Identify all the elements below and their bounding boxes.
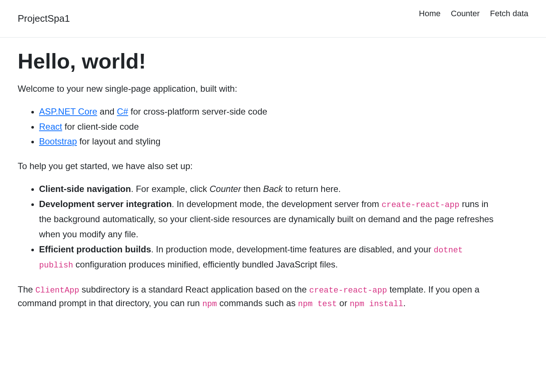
text: or [337, 298, 350, 308]
feature-name: Client-side navigation [39, 184, 131, 194]
setup-intro: To help you get started, we have also se… [18, 160, 498, 173]
list-item: Client-side navigation. For example, cli… [39, 182, 498, 197]
text: for layout and styling [77, 136, 161, 146]
link-bootstrap[interactable]: Bootstrap [39, 136, 77, 146]
text: for cross-platform server-side code [128, 106, 267, 116]
main-container: Hello, world! Welcome to your new single… [0, 38, 516, 330]
list-item: ASP.NET Core and C# for cross-platform s… [39, 104, 498, 119]
nav-link-fetch-data[interactable]: Fetch data [490, 9, 528, 18]
closing-paragraph: The ClientApp subdirectory is a standard… [18, 283, 498, 310]
tech-list: ASP.NET Core and C# for cross-platform s… [18, 104, 498, 149]
list-item: Bootstrap for layout and styling [39, 134, 498, 149]
text: to return here. [283, 184, 341, 194]
text: commands such as [217, 298, 298, 308]
text: configuration produces minified, efficie… [73, 259, 338, 269]
page-title: Hello, world! [18, 49, 498, 73]
text: . For example, click [131, 184, 209, 194]
code: npm [202, 300, 217, 309]
emphasis: Counter [210, 184, 241, 194]
code: ClientApp [35, 286, 79, 295]
text: . [403, 298, 406, 308]
text: . In development mode, the development s… [172, 199, 382, 209]
text: for client-side code [62, 122, 139, 132]
text: then [241, 184, 263, 194]
code: npm test [298, 300, 337, 309]
navbar-brand[interactable]: ProjectSpa1 [18, 13, 70, 24]
link-aspnet-core[interactable]: ASP.NET Core [39, 106, 97, 116]
code: npm install [350, 300, 403, 309]
feature-name: Efficient production builds [39, 244, 151, 254]
link-react[interactable]: React [39, 122, 62, 132]
emphasis: Back [263, 184, 283, 194]
link-csharp[interactable]: C# [117, 106, 128, 116]
features-list: Client-side navigation. For example, cli… [18, 182, 498, 273]
feature-name: Development server integration [39, 199, 172, 209]
navbar: ProjectSpa1 Home Counter Fetch data [0, 0, 546, 38]
text: The [18, 284, 35, 294]
code: create-react-app [309, 286, 387, 295]
nav-link-home[interactable]: Home [419, 9, 441, 18]
text: . In production mode, development-time f… [151, 244, 434, 254]
welcome-text: Welcome to your new single-page applicat… [18, 82, 498, 95]
list-item: Development server integration. In devel… [39, 197, 498, 242]
list-item: Efficient production builds. In producti… [39, 242, 498, 273]
text: subdirectory is a standard React applica… [79, 284, 309, 294]
list-item: React for client-side code [39, 119, 498, 134]
text: and [97, 106, 117, 116]
navbar-nav: Home Counter Fetch data [398, 6, 528, 21]
code: create-react-app [382, 200, 459, 210]
nav-link-counter[interactable]: Counter [451, 9, 480, 18]
